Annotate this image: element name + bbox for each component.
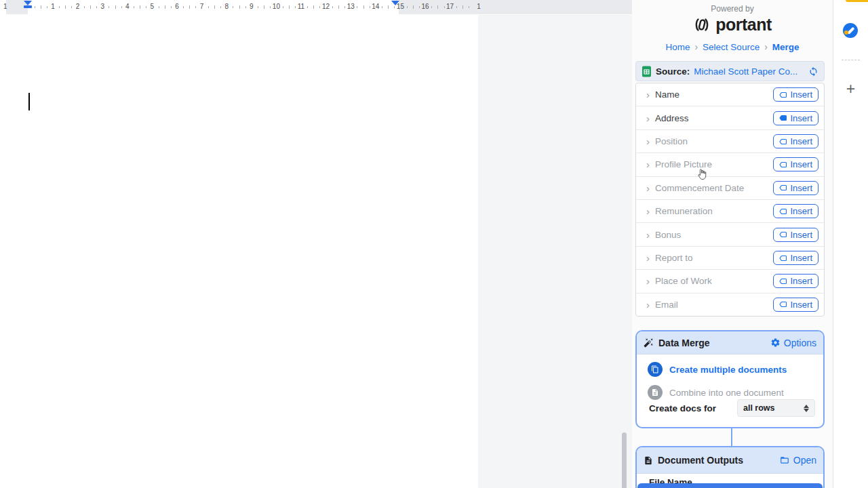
ruler-number: 4 [125, 3, 130, 10]
rail-divider [842, 60, 860, 60]
breadcrumb-item-home[interactable]: Home [665, 42, 690, 52]
select-arrows-icon [804, 405, 809, 412]
insert-button-name[interactable]: Insert [773, 87, 818, 102]
source-file-link[interactable]: Michael Scott Paper Co... [694, 66, 804, 77]
chevron-right-icon[interactable]: › [646, 253, 650, 263]
tag-icon [779, 277, 787, 285]
field-row-name[interactable]: ›NameInsert [636, 83, 824, 106]
get-add-ons-button[interactable]: + [833, 80, 868, 98]
portant-logo-text: portant [715, 15, 772, 35]
chevron-right-icon[interactable]: › [646, 230, 650, 240]
breadcrumb-separator: › [694, 41, 698, 52]
ruler-number-extra: 1 [477, 3, 481, 10]
options-button[interactable]: Options [770, 338, 816, 348]
combine-one-label: Combine into one document [669, 388, 784, 398]
insert-button-place-of-work[interactable]: Insert [773, 274, 818, 288]
ruler-number: 1 [51, 3, 55, 10]
breadcrumb: Home›Select Source›Merge [632, 41, 833, 52]
data-merge-title: Data Merge [658, 338, 709, 348]
open-label: Open [793, 455, 816, 466]
source-bar[interactable]: Source: Michael Scott Paper Co... [635, 61, 825, 81]
left-indent-marker[interactable] [24, 1, 32, 5]
data-merge-header: Data Merge Options [637, 331, 823, 354]
field-row-email[interactable]: ›EmailInsert [636, 293, 824, 316]
field-row-report-to[interactable]: ›Report toInsert [636, 247, 824, 270]
ruler-number: 14 [372, 3, 379, 10]
chevron-right-icon[interactable]: › [646, 113, 650, 123]
field-row-bonus[interactable]: ›BonusInsert [636, 223, 824, 246]
chevron-right-icon[interactable]: › [646, 183, 650, 193]
insert-button-position[interactable]: Insert [773, 134, 818, 148]
addon-icon-badge [844, 30, 848, 35]
tag-icon [779, 207, 787, 216]
ruler-number: 8 [224, 3, 229, 10]
right-indent-marker[interactable] [391, 1, 399, 5]
insert-label: Insert [790, 253, 812, 263]
field-label-place-of-work: Place of Work [655, 276, 712, 286]
chevron-right-icon[interactable]: › [646, 300, 650, 310]
insert-button-address[interactable]: Insert [773, 111, 818, 125]
insert-button-bonus[interactable]: Insert [773, 228, 818, 242]
tag-icon [779, 138, 787, 146]
tag-icon [779, 184, 787, 192]
field-row-place-of-work[interactable]: ›Place of WorkInsert [636, 270, 824, 293]
ruler[interactable]: 1234567891011121314151617 1 1 [0, 0, 632, 16]
portant-logo: portant [632, 15, 833, 35]
create-multiple-label: Create multiple documents [669, 365, 787, 375]
insert-label: Insert [790, 206, 812, 216]
portant-addon-icon[interactable] [843, 23, 858, 38]
rows-select[interactable]: all rows [737, 399, 815, 417]
document-page[interactable] [0, 15, 478, 488]
document-area: 1234567891011121314151617 1 1 [0, 0, 633, 488]
google-sheets-icon [642, 66, 652, 77]
insert-label: Insert [790, 276, 812, 286]
text-caret [28, 93, 30, 110]
gear-icon [770, 338, 781, 348]
hand-cursor [696, 168, 707, 181]
merge-field-list: ›NameInsert›AddressInsert›PositionInsert… [635, 83, 825, 317]
document-canvas-background [478, 15, 632, 488]
field-label-name: Name [655, 89, 679, 100]
breadcrumb-separator: › [764, 41, 768, 52]
tag-icon [779, 254, 787, 262]
breadcrumb-item-merge[interactable]: Merge [772, 42, 800, 52]
option-combine-one[interactable]: Combine into one document [648, 385, 784, 400]
open-button[interactable]: Open [779, 455, 816, 466]
combine-document-icon [648, 385, 663, 400]
chevron-right-icon[interactable]: › [646, 159, 650, 169]
create-docs-for-label: Create docs for [649, 403, 716, 413]
document-scrollbar[interactable] [622, 432, 627, 488]
field-row-position[interactable]: ›PositionInsert [636, 130, 824, 153]
chevron-right-icon[interactable]: › [646, 206, 650, 216]
cut-off-icon [846, 0, 868, 2]
chevron-right-icon[interactable]: › [646, 136, 650, 146]
card-connector-line [731, 428, 732, 446]
left-margin-marker[interactable] [24, 5, 32, 8]
breadcrumb-item-select-source[interactable]: Select Source [703, 42, 760, 52]
field-label-position: Position [655, 136, 688, 146]
ruler-ticks: 1234567891011121314151617 [0, 0, 632, 15]
field-row-profile-picture[interactable]: ›Profile PictureInsert [636, 153, 824, 176]
document-outputs-title: Document Outputs [658, 455, 743, 466]
ruler-number: 7 [200, 3, 204, 10]
file-name-input-bar[interactable] [637, 483, 823, 488]
magic-wand-icon [644, 338, 654, 348]
option-create-multiple[interactable]: Create multiple documents [648, 362, 787, 377]
ruler-number-corner: 1 [3, 3, 7, 10]
document-icon [644, 455, 653, 466]
tag-icon [779, 114, 787, 122]
chevron-right-icon[interactable]: › [646, 276, 650, 286]
insert-button-remuneration[interactable]: Insert [773, 204, 818, 218]
chevron-right-icon[interactable]: › [646, 89, 650, 100]
field-row-remuneration[interactable]: ›RemunerationInsert [636, 200, 824, 223]
field-row-address[interactable]: ›AddressInsert [636, 106, 824, 129]
insert-button-email[interactable]: Insert [773, 298, 818, 312]
insert-button-profile-picture[interactable]: Insert [773, 157, 818, 171]
refresh-icon[interactable] [808, 66, 818, 77]
ruler-number: 5 [151, 3, 155, 10]
insert-button-report-to[interactable]: Insert [773, 251, 818, 265]
data-merge-card: Data Merge Options Create multipl [635, 330, 825, 428]
insert-button-commencement-date[interactable]: Insert [773, 181, 818, 195]
ruler-number: 17 [446, 3, 454, 10]
field-row-commencement-date[interactable]: ›Commencement DateInsert [636, 177, 824, 200]
